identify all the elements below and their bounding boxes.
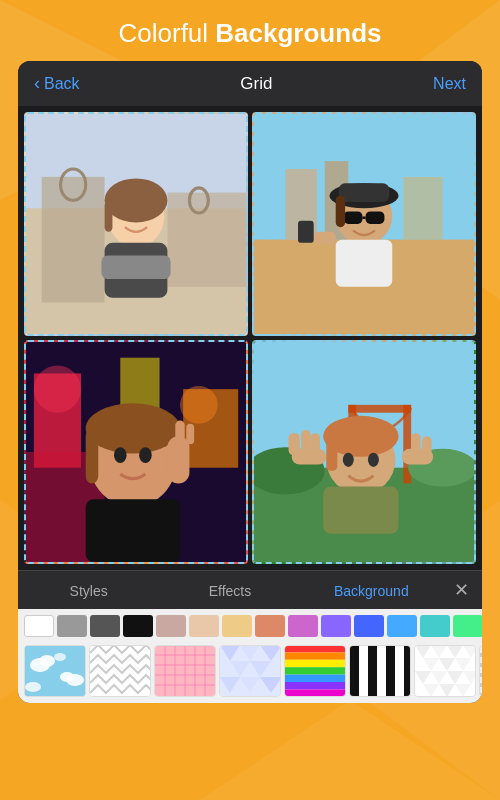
pattern-clouds[interactable]	[24, 645, 86, 697]
svg-point-37	[34, 366, 81, 413]
svg-rect-47	[175, 421, 184, 445]
svg-rect-53	[348, 405, 411, 413]
close-icon: ✕	[454, 579, 469, 601]
pattern-zebra[interactable]	[349, 645, 411, 697]
svg-rect-63	[289, 433, 300, 455]
back-chevron-icon: ‹	[34, 73, 40, 94]
svg-rect-29	[336, 196, 345, 227]
svg-rect-25	[344, 211, 363, 224]
page-title: Colorful Backgrounds	[0, 0, 500, 61]
svg-point-14	[105, 178, 168, 222]
nav-title: Grid	[240, 74, 272, 94]
tabs-bar: Styles Effects Background ✕	[18, 570, 482, 609]
swatch-blue[interactable]	[354, 615, 384, 637]
svg-rect-41	[86, 428, 99, 483]
pattern-light-triangles[interactable]	[219, 645, 281, 697]
swatch-teal[interactable]	[420, 615, 450, 637]
next-button[interactable]: Next	[433, 75, 466, 93]
svg-rect-26	[366, 211, 385, 224]
svg-point-61	[368, 453, 379, 467]
swatch-white[interactable]	[24, 615, 54, 637]
photo-cell-1[interactable]	[24, 112, 248, 336]
close-button[interactable]: ✕	[442, 571, 482, 609]
svg-point-73	[60, 672, 74, 682]
svg-rect-102	[285, 690, 345, 698]
back-button[interactable]: ‹ Back	[34, 73, 80, 94]
svg-point-60	[343, 453, 354, 467]
svg-point-75	[54, 653, 66, 661]
svg-rect-16	[101, 255, 170, 279]
swatch-dark-gray[interactable]	[90, 615, 120, 637]
svg-rect-97	[285, 652, 345, 659]
pattern-gray-stripes[interactable]	[479, 645, 482, 697]
swatch-mint[interactable]	[453, 615, 482, 637]
svg-point-43	[114, 447, 127, 463]
svg-rect-64	[301, 430, 310, 452]
swatch-rose[interactable]	[255, 615, 285, 637]
svg-point-44	[139, 447, 152, 463]
svg-rect-59	[323, 487, 398, 534]
app-header: Colorful Backgrounds	[0, 0, 500, 61]
svg-point-74	[25, 682, 41, 692]
svg-rect-65	[311, 433, 320, 452]
pattern-rainbow[interactable]	[284, 645, 346, 697]
svg-rect-45	[86, 499, 180, 562]
svg-point-38	[180, 386, 218, 424]
svg-rect-31	[298, 221, 314, 243]
color-swatches-row	[18, 609, 482, 641]
swatch-purple[interactable]	[288, 615, 318, 637]
svg-rect-98	[285, 660, 345, 667]
pattern-white-triangles[interactable]	[414, 645, 476, 697]
svg-rect-105	[368, 645, 377, 697]
svg-rect-96	[285, 645, 345, 652]
svg-rect-15	[105, 200, 113, 231]
svg-rect-68	[422, 436, 431, 455]
svg-point-71	[39, 655, 55, 667]
swatch-black[interactable]	[123, 615, 153, 637]
svg-rect-99	[285, 667, 345, 674]
pattern-zigzag[interactable]	[89, 645, 151, 697]
svg-rect-100	[285, 675, 345, 682]
swatch-gray[interactable]	[57, 615, 87, 637]
photo-cell-4[interactable]	[252, 340, 476, 564]
swatch-tan[interactable]	[189, 615, 219, 637]
main-card: ‹ Back Grid Next	[18, 61, 482, 703]
swatch-sky[interactable]	[387, 615, 417, 637]
photo-grid	[18, 106, 482, 570]
pattern-pink-grid[interactable]	[154, 645, 216, 697]
svg-rect-48	[186, 424, 194, 444]
svg-rect-107	[404, 645, 410, 697]
swatch-blush[interactable]	[156, 615, 186, 637]
svg-rect-101	[285, 682, 345, 690]
svg-rect-106	[386, 645, 395, 697]
svg-rect-123	[480, 645, 482, 697]
tab-background[interactable]: Background	[301, 573, 442, 607]
svg-rect-28	[336, 240, 393, 287]
svg-rect-21	[403, 177, 442, 240]
svg-rect-8	[42, 177, 105, 303]
svg-rect-104	[350, 645, 359, 697]
tab-effects[interactable]: Effects	[159, 573, 300, 607]
back-label: Back	[44, 75, 80, 93]
pattern-swatches-row	[18, 641, 482, 703]
nav-bar: ‹ Back Grid Next	[18, 61, 482, 106]
swatch-violet[interactable]	[321, 615, 351, 637]
svg-rect-67	[411, 433, 420, 453]
svg-rect-24	[339, 183, 389, 202]
tab-styles[interactable]: Styles	[18, 573, 159, 607]
swatch-peach[interactable]	[222, 615, 252, 637]
photo-cell-3[interactable]	[24, 340, 248, 564]
svg-rect-58	[326, 436, 337, 471]
photo-cell-2[interactable]	[252, 112, 476, 336]
svg-point-40	[86, 403, 180, 453]
svg-rect-30	[314, 232, 336, 245]
